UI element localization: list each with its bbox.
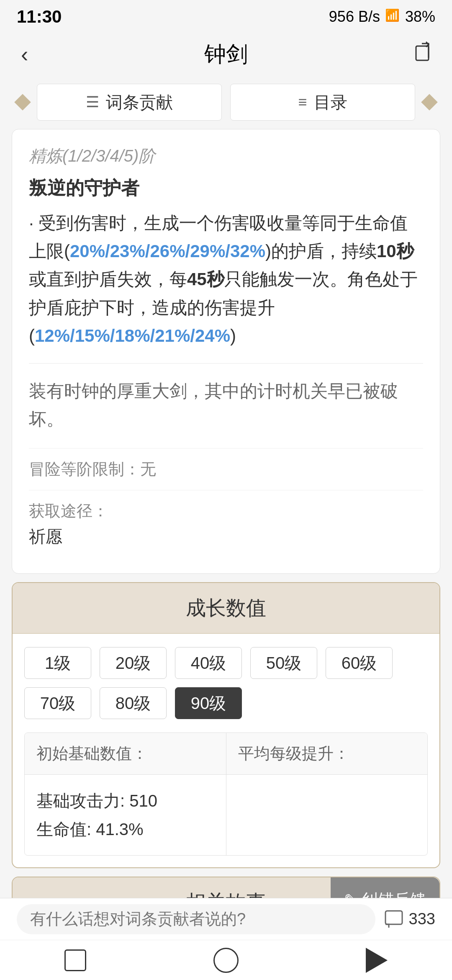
- stats-table: 初始基础数值： 平均每级提升： 基础攻击力: 510 生命值: 41.3%: [24, 732, 428, 856]
- level-btn-80[interactable]: 80级: [100, 687, 167, 719]
- share-button[interactable]: [413, 41, 435, 68]
- tab-diamond-left: [14, 94, 31, 111]
- base-atk-label: 基础攻击力:: [36, 792, 129, 810]
- level-btn-50[interactable]: 50级: [250, 647, 317, 679]
- contribution-label: 词条贡献: [106, 91, 173, 114]
- stats-header: 初始基础数值： 平均每级提升：: [25, 733, 427, 775]
- tab-diamond-right: [421, 94, 438, 111]
- hp-row: 生命值: 41.3%: [36, 815, 214, 843]
- svg-rect-2: [385, 911, 402, 924]
- top-nav: ‹ 钟剑: [0, 34, 452, 75]
- duration-bold: 10秒: [377, 241, 414, 261]
- tab-toc[interactable]: ≡ 目录: [230, 84, 415, 121]
- base-atk-value: 510: [129, 792, 157, 810]
- toc-label: 目录: [314, 91, 347, 114]
- flavor-text: 装有时钟的厚重大剑，其中的计时机关早已被破坏。: [29, 377, 423, 433]
- obtain-row: 获取途径： 祈愿: [29, 490, 423, 558]
- obtain-label: 获取途径：: [29, 500, 423, 522]
- damage-values: 12%/15%/18%/21%/24%: [35, 326, 230, 346]
- main-content-card: 精炼(1/2/3/4/5)阶 叛逆的守护者 · 受到伤害时，生成一个伤害吸收量等…: [12, 129, 440, 574]
- growth-section: 成长数值 1级 20级 40级 50级 60级 70级 80级 90级 初始基础…: [12, 582, 440, 868]
- comment-icon-group[interactable]: 333: [384, 909, 435, 929]
- comment-bar: 333: [0, 898, 452, 940]
- base-atk-row: 基础攻击力: 510: [36, 787, 214, 815]
- level-btn-70[interactable]: 70级: [24, 687, 91, 719]
- ability-name: 叛逆的守护者: [29, 176, 423, 201]
- desc-part2: )的护盾，持续: [265, 241, 377, 261]
- adventure-rank-row: 冒险等阶限制：无: [29, 448, 423, 490]
- status-bar: 11:30 956 B/s 📶 38%: [0, 0, 452, 34]
- page-title: 钟剑: [204, 40, 248, 69]
- level-btn-40[interactable]: 40级: [175, 647, 242, 679]
- content-divider: [29, 363, 423, 364]
- comment-input[interactable]: [17, 904, 375, 934]
- svg-text:📶: 📶: [385, 8, 400, 22]
- card-body: 精炼(1/2/3/4/5)阶 叛逆的守护者 · 受到伤害时，生成一个伤害吸收量等…: [12, 129, 440, 573]
- nav-circle-icon: [213, 948, 239, 973]
- level-buttons-container: 1级 20级 40级 50级 60级 70级 80级 90级: [13, 634, 439, 726]
- nav-square-icon: [64, 949, 86, 971]
- nav-square-button[interactable]: [50, 944, 100, 977]
- tab-contribution[interactable]: ☰ 词条贡献: [37, 84, 222, 121]
- obtain-value: 祈愿: [29, 525, 423, 548]
- ability-description: · 受到伤害时，生成一个伤害吸收量等同于生命值上限(20%/23%/26%/29…: [29, 209, 423, 350]
- svg-rect-1: [416, 46, 429, 60]
- nav-triangle-icon: [366, 948, 388, 973]
- contribution-icon: ☰: [86, 93, 99, 111]
- back-button[interactable]: ‹: [17, 38, 32, 71]
- avg-stats-header: 平均每级提升：: [226, 733, 428, 774]
- desc-part3: 或直到护盾失效，每: [29, 269, 187, 289]
- level-btn-20[interactable]: 20级: [100, 647, 167, 679]
- cooldown-bold: 45秒: [187, 269, 224, 289]
- battery-level: 38%: [405, 8, 435, 26]
- nav-home-button[interactable]: [201, 944, 251, 977]
- shield-values: 20%/23%/26%/29%/32%: [70, 241, 265, 261]
- signal-icon: 📶: [385, 8, 400, 26]
- nav-back-button[interactable]: [352, 944, 402, 977]
- base-stats-header: 初始基础数值：: [25, 733, 226, 774]
- growth-title: 成长数值: [13, 583, 439, 634]
- level-btn-90[interactable]: 90级: [175, 687, 242, 719]
- base-stats-values: 基础攻击力: 510 生命值: 41.3%: [25, 775, 226, 855]
- desc-part5: ): [230, 326, 236, 346]
- avg-stats-values: [226, 775, 428, 855]
- comment-count: 333: [409, 910, 435, 928]
- hp-value: 41.3%: [96, 820, 143, 838]
- tab-bar: ☰ 词条贡献 ≡ 目录: [0, 75, 452, 129]
- network-speed: 956 B/s: [329, 8, 380, 26]
- level-btn-60[interactable]: 60级: [326, 647, 393, 679]
- level-btn-1[interactable]: 1级: [24, 647, 91, 679]
- hp-label: 生命值:: [36, 820, 96, 838]
- adventure-rank-label: 冒险等阶限制：: [29, 460, 140, 478]
- toc-icon: ≡: [298, 93, 307, 111]
- stats-data: 基础攻击力: 510 生命值: 41.3%: [25, 775, 427, 855]
- status-time: 11:30: [17, 7, 62, 27]
- status-right: 956 B/s 📶 38%: [329, 8, 435, 26]
- rank-hint: 精炼(1/2/3/4/5)阶: [29, 144, 423, 168]
- bottom-nav: [0, 940, 452, 980]
- adventure-rank-value: 无: [140, 460, 156, 478]
